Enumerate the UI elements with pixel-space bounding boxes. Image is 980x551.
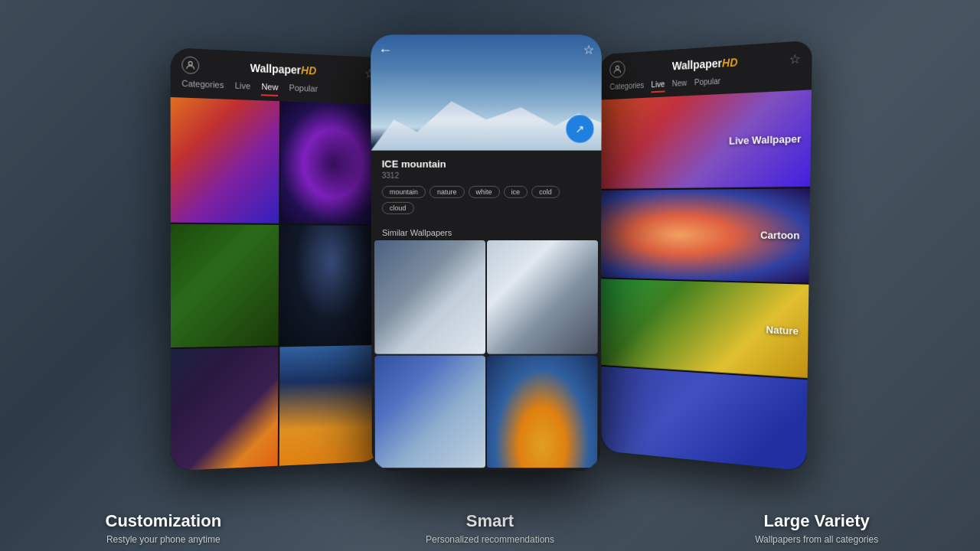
caption-smart: Smart Personalized recommendations [327, 511, 654, 545]
app-name-text: Wallpaper [250, 61, 302, 76]
tab-new-right[interactable]: New [672, 79, 687, 92]
tab-popular-left[interactable]: Popular [289, 83, 318, 98]
left-header: WallpaperHD ☆ Categories Live New Popula… [171, 47, 386, 105]
tag-white[interactable]: white [469, 186, 500, 198]
tab-categories-right[interactable]: Categories [609, 81, 644, 95]
tab-categories-left[interactable]: Categories [181, 78, 224, 94]
mid-hero-image: ← ☆ ↗ [371, 34, 602, 150]
cat-label-cartoon: Cartoon [760, 230, 800, 242]
tag-cold[interactable]: cold [531, 186, 560, 198]
tab-live-left[interactable]: Live [235, 80, 251, 95]
caption-title-customization: Customization [0, 511, 327, 531]
mountains-bg [371, 89, 601, 151]
phone-right-inner: WallpaperHD ☆ Categories Live New Popula… [599, 41, 812, 471]
caption-customization: Customization Restyle your phone anytime [0, 511, 327, 545]
mid-info-section: ICE mountain 3312 mountain nature white … [371, 151, 602, 222]
tags-container: mountain nature white ice cold cloud [382, 186, 591, 214]
phone-right: WallpaperHD ☆ Categories Live New Popula… [599, 41, 812, 471]
wallpaper-title: ICE mountain [382, 158, 591, 170]
grid-cell-6[interactable] [279, 345, 382, 466]
tag-ice[interactable]: ice [504, 186, 528, 198]
cat-nature[interactable]: Nature [601, 279, 809, 377]
cat-bg-other [601, 366, 807, 471]
right-app-title: WallpaperHD [672, 56, 738, 73]
back-button[interactable]: ← [378, 42, 392, 58]
grid-cell-4[interactable] [279, 225, 383, 345]
grid-cell-1[interactable] [171, 97, 279, 223]
right-star-icon[interactable]: ☆ [789, 51, 801, 67]
tab-live-right[interactable]: Live [652, 80, 665, 93]
caption-large-variety: Large Variety Wallpapers from all catego… [653, 511, 980, 545]
phone-mid: ← ☆ ↗ ICE mountain 3312 mountain nature … [371, 34, 602, 471]
set-icon: ↗ [575, 122, 584, 135]
phones-row: WallpaperHD ☆ Categories Live New Popula… [0, 0, 980, 500]
caption-title-smart: Smart [327, 511, 654, 531]
right-categories: Live Wallpaper Cartoon Nature [600, 90, 812, 471]
main-container: WallpaperHD ☆ Categories Live New Popula… [0, 0, 980, 551]
set-wallpaper-button[interactable]: ↗ [566, 115, 593, 142]
mid-star-button[interactable]: ☆ [583, 42, 594, 57]
svg-point-0 [188, 61, 192, 65]
wallpaper-count: 3312 [382, 171, 591, 180]
sim-cell-1[interactable] [374, 240, 485, 354]
caption-sub-large-variety: Wallpapers from all categories [653, 534, 980, 545]
grid-cell-5[interactable] [171, 347, 278, 471]
app-hd-text: HD [301, 64, 316, 77]
cat-live-wallpaper[interactable]: Live Wallpaper [600, 90, 812, 188]
sim-cell-4[interactable] [487, 355, 598, 468]
left-top-row: WallpaperHD ☆ [181, 56, 374, 82]
tag-cloud[interactable]: cloud [382, 202, 414, 214]
tab-popular-right[interactable]: Popular [694, 77, 720, 90]
cat-label-live: Live Wallpaper [729, 132, 801, 146]
caption-sub-customization: Restyle your phone anytime [0, 534, 327, 545]
user-icon[interactable] [181, 56, 199, 74]
cat-cartoon[interactable]: Cartoon [600, 188, 810, 283]
wallpaper-grid-left [171, 97, 385, 471]
caption-title-large-variety: Large Variety [653, 511, 980, 531]
similar-grid [371, 240, 601, 471]
sim-cell-3[interactable] [374, 355, 485, 468]
left-app-title: WallpaperHD [250, 61, 317, 77]
phone-left-inner: WallpaperHD ☆ Categories Live New Popula… [171, 47, 386, 471]
right-app-hd: HD [722, 56, 738, 70]
right-app-name: Wallpaper [672, 57, 722, 72]
tab-new-left[interactable]: New [261, 82, 278, 96]
sim-cell-2[interactable] [487, 240, 598, 354]
phone-mid-inner: ← ☆ ↗ ICE mountain 3312 mountain nature … [371, 34, 602, 471]
phone-left: WallpaperHD ☆ Categories Live New Popula… [171, 47, 386, 471]
cat-label-nature: Nature [766, 324, 799, 337]
tag-nature[interactable]: nature [430, 186, 465, 198]
captions-row: Customization Restyle your phone anytime… [0, 500, 980, 551]
grid-cell-2[interactable] [280, 101, 384, 224]
right-user-icon[interactable] [609, 60, 625, 78]
grid-cell-3[interactable] [171, 224, 279, 347]
cat-other[interactable] [601, 366, 807, 471]
caption-sub-smart: Personalized recommendations [327, 534, 654, 545]
svg-point-1 [616, 66, 619, 70]
tag-mountain[interactable]: mountain [382, 186, 426, 198]
similar-wallpapers-label: Similar Wallpapers [371, 222, 601, 240]
